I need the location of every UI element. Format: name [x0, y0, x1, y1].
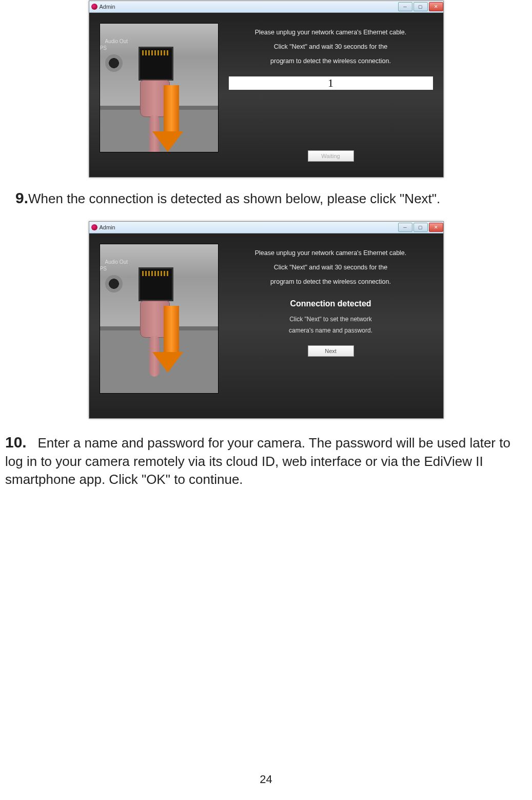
admin-window-2: Admin ─ ▢ ✕ PS Audio Out LAN: [89, 221, 444, 419]
window-title: Admin: [100, 224, 115, 230]
app-icon: [91, 4, 97, 10]
instruction-text: Please unplug your network camera's Ethe…: [229, 246, 433, 289]
unplug-arrow-icon: [160, 85, 183, 152]
button-row: Next: [229, 345, 433, 362]
step-9-text: 9.When the connection is detected as sho…: [15, 188, 517, 209]
instruction-panel: Please unplug your network camera's Ethe…: [229, 23, 433, 167]
step-10-number: 10.: [5, 434, 27, 451]
instruction-panel: Please unplug your network camera's Ethe…: [229, 244, 433, 408]
ethernet-cable-icon: [135, 80, 176, 147]
window-controls: ─ ▢ ✕: [397, 2, 443, 11]
app-body: PS Audio Out LAN Please unplug your net: [89, 233, 443, 418]
connection-detected-title: Connection detected: [229, 299, 433, 308]
titlebar: Admin ─ ▢ ✕: [89, 1, 443, 13]
step-9-body: When the connection is detected as shown…: [28, 191, 440, 206]
minimize-button[interactable]: ─: [398, 2, 412, 11]
step-10-body: Enter a name and password for your camer…: [5, 435, 510, 487]
audio-out-label: Audio Out: [105, 39, 128, 44]
titlebar-left: Admin: [91, 224, 115, 230]
minimize-icon: ─: [403, 225, 406, 230]
maximize-button[interactable]: ▢: [413, 2, 428, 11]
ps-label: PS: [100, 45, 107, 51]
connection-detected-subtext: Click "Next" to set the network camera's…: [229, 314, 433, 336]
button-row: Waiting: [229, 150, 433, 167]
step-10-text: 10. Enter a name and password for your c…: [5, 432, 527, 489]
ethernet-cable-icon: [135, 301, 176, 367]
titlebar: Admin ─ ▢ ✕: [89, 222, 443, 233]
window-title: Admin: [100, 4, 115, 10]
maximize-icon: ▢: [418, 4, 423, 9]
window-controls: ─ ▢ ✕: [397, 223, 443, 232]
close-button[interactable]: ✕: [429, 2, 443, 11]
unplug-arrow-icon: [160, 306, 183, 373]
device-illustration: PS Audio Out LAN: [100, 244, 219, 394]
minimize-icon: ─: [403, 4, 406, 9]
close-icon: ✕: [434, 4, 438, 9]
maximize-icon: ▢: [418, 225, 423, 230]
maximize-button[interactable]: ▢: [413, 223, 428, 232]
ps-label: PS: [100, 266, 107, 271]
waiting-button: Waiting: [308, 150, 354, 162]
app-body: PS Audio Out LAN Please unplug your net: [89, 13, 443, 177]
next-button[interactable]: Next: [308, 345, 354, 357]
audio-out-label: Audio Out: [105, 260, 128, 265]
document-page: Admin ─ ▢ ✕ PS Audio Out LAN: [0, 1, 532, 800]
app-icon: [91, 224, 97, 230]
lan-port-icon: [139, 267, 173, 301]
lan-port-icon: [139, 47, 173, 81]
admin-window-1: Admin ─ ▢ ✕ PS Audio Out LAN: [89, 1, 444, 178]
step-9-number: 9.: [15, 189, 28, 206]
minimize-button[interactable]: ─: [398, 223, 412, 232]
close-icon: ✕: [434, 225, 438, 230]
titlebar-left: Admin: [91, 4, 115, 10]
page-number: 24: [0, 773, 532, 786]
audio-port-icon: [105, 275, 123, 292]
instruction-text: Please unplug your network camera's Ethe…: [229, 25, 433, 68]
device-illustration: PS Audio Out LAN: [100, 23, 219, 152]
audio-port-icon: [105, 54, 123, 72]
close-button[interactable]: ✕: [429, 223, 443, 232]
countdown-number: 1: [229, 76, 433, 90]
